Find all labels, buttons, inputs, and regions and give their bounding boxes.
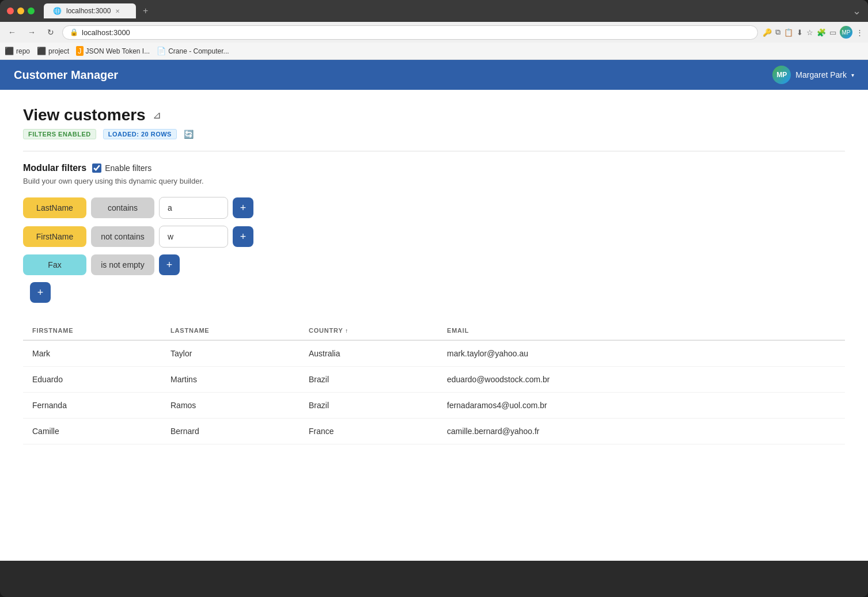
cell-firstname: Eduardo [23,367,161,393]
pip-icon[interactable]: ⧉ [775,28,780,37]
add-filter-row-container: + [23,282,845,303]
table-row: Camille Bernard France camille.bernard@y… [23,419,845,444]
cell-country: France [300,419,438,444]
cell-lastname: Martins [161,367,300,393]
col-header-country[interactable]: COUNTRY ↑ [300,321,438,340]
bookmark-crane[interactable]: 📄 Crane - Computer... [157,47,229,55]
data-table: FIRSTNAME LASTNAME COUNTRY ↑ EMAIL [23,321,845,444]
new-tab-button[interactable]: + [138,3,153,18]
cell-country: Brazil [300,393,438,419]
cell-lastname: Taylor [161,340,300,367]
user-menu[interactable]: MP Margaret Park ▾ [772,66,854,84]
filters-description: Build your own query using this dynamic … [23,177,845,185]
bookmark-project[interactable]: ⬛ project [37,47,69,55]
filters-enabled-badge: FILTERS ENABLED [23,129,96,139]
add-filter-row-button[interactable]: + [30,282,51,303]
bookmark-repo[interactable]: ⬛ repo [5,47,30,55]
back-button[interactable]: ← [5,25,20,39]
page-title: View customers [23,106,146,124]
user-name: Margaret Park [795,70,847,79]
browser-toolbar: ← → ↻ 🔒 localhost:3000 🔑 ⧉ 📋 ⬇ ☆ 🧩 ▭ MP … [0,22,868,43]
bookmark-label: repo [16,47,30,55]
col-header-firstname[interactable]: FIRSTNAME [23,321,161,340]
refresh-icon[interactable]: 🔄 [184,130,194,139]
key-icon[interactable]: 🔑 [763,28,772,37]
filter-operator-3[interactable]: is not empty [91,254,154,275]
cell-lastname: Ramos [161,393,300,419]
cell-firstname: Mark [23,340,161,367]
table-header: FIRSTNAME LASTNAME COUNTRY ↑ EMAIL [23,321,845,340]
enable-filters-checkbox[interactable] [92,163,101,173]
cell-email: eduardo@woodstock.com.br [438,367,845,393]
sidebar-icon[interactable]: ▭ [829,28,836,37]
status-row: FILTERS ENABLED LOADED: 20 ROWS 🔄 [23,129,845,139]
bookmark-jwt[interactable]: J JSON Web Token I... [76,46,150,56]
address-text: localhost:3000 [82,28,130,37]
sort-arrow-icon: ↑ [345,328,348,334]
filter-field-lastname[interactable]: LastName [23,197,86,218]
forward-button[interactable]: → [24,25,39,39]
filter-field-firstname[interactable]: FirstName [23,226,86,247]
browser-tabs: 🌐 localhost:3000 ✕ + [44,3,848,18]
cell-lastname: Bernard [161,419,300,444]
enable-filters-label[interactable]: Enable filters [92,163,151,173]
filters-title: Modular filters [23,163,86,173]
enable-filters-text: Enable filters [105,163,151,173]
app-content: Customer Manager MP Margaret Park ▾ View… [0,60,868,561]
filters-section: Modular filters Enable filters Build you… [23,163,845,303]
filter-value-2[interactable]: w [159,226,228,248]
bookmark-label: project [48,47,69,55]
minimize-button[interactable] [17,7,24,14]
star-icon[interactable]: ☆ [806,28,813,37]
col-header-email[interactable]: EMAIL [438,321,845,340]
app-title: Customer Manager [14,69,118,82]
profile-icon[interactable]: MP [840,26,852,39]
menu-icon[interactable]: ⋮ [856,28,863,37]
extension-icon[interactable]: 🧩 [817,28,826,37]
filter-add-button-3[interactable]: + [159,254,180,275]
table-row: Mark Taylor Australia mark.taylor@yahoo.… [23,340,845,367]
bookmark-label: JSON Web Token I... [86,47,150,55]
avatar: MP [772,66,791,84]
filters-header: Modular filters Enable filters [23,163,845,173]
maximize-button[interactable] [28,7,35,14]
cell-firstname: Fernanda [23,393,161,419]
tab-close-icon[interactable]: ✕ [115,8,120,14]
app-header: Customer Manager MP Margaret Park ▾ [0,60,868,90]
main-content: View customers ⊿ FILTERS ENABLED LOADED:… [0,90,868,461]
github-icon: ⬛ [5,47,14,55]
bookmark-label: Crane - Computer... [168,47,229,55]
table-row: Fernanda Ramos Brazil fernadaramos4@uol.… [23,393,845,419]
copy-icon[interactable]: 📋 [784,28,793,37]
bookmarks-bar: ⬛ repo ⬛ project J JSON Web Token I... 📄… [0,43,868,60]
filter-row-3: Fax is not empty + [23,254,845,275]
avatar-initials: MP [776,71,787,79]
toolbar-actions: 🔑 ⧉ 📋 ⬇ ☆ 🧩 ▭ MP ⋮ [763,26,863,39]
filter-add-button-1[interactable]: + [233,197,253,218]
tab-label: localhost:3000 [66,7,111,15]
active-tab[interactable]: 🌐 localhost:3000 ✕ [44,3,136,18]
address-bar[interactable]: 🔒 localhost:3000 [62,25,758,40]
cell-email: mark.taylor@yahoo.au [438,340,845,367]
window-expand-icon[interactable]: ⌄ [852,5,861,17]
github-icon-2: ⬛ [37,47,46,55]
filter-field-fax[interactable]: Fax [23,254,86,275]
loaded-rows-badge: LOADED: 20 ROWS [103,129,177,139]
filter-value-1[interactable]: a [159,197,228,219]
lock-icon: 🔒 [70,28,78,36]
download-icon[interactable]: ⬇ [797,28,803,37]
cell-email: camille.bernard@yahoo.fr [438,419,845,444]
filter-operator-1[interactable]: contains [91,197,154,218]
cell-firstname: Camille [23,419,161,444]
table-row: Eduardo Martins Brazil eduardo@woodstock… [23,367,845,393]
page-icon: 📄 [157,47,166,55]
filter-icon[interactable]: ⊿ [153,109,161,121]
page-header: View customers ⊿ [23,106,845,124]
filter-operator-2[interactable]: not contains [91,226,154,247]
close-button[interactable] [7,7,14,14]
col-header-lastname[interactable]: LASTNAME [161,321,300,340]
browser-window: 🌐 localhost:3000 ✕ + ⌄ ← → ↻ 🔒 localhost… [0,0,868,597]
reload-button[interactable]: ↻ [44,25,58,39]
cell-country: Brazil [300,367,438,393]
filter-add-button-2[interactable]: + [233,226,253,247]
